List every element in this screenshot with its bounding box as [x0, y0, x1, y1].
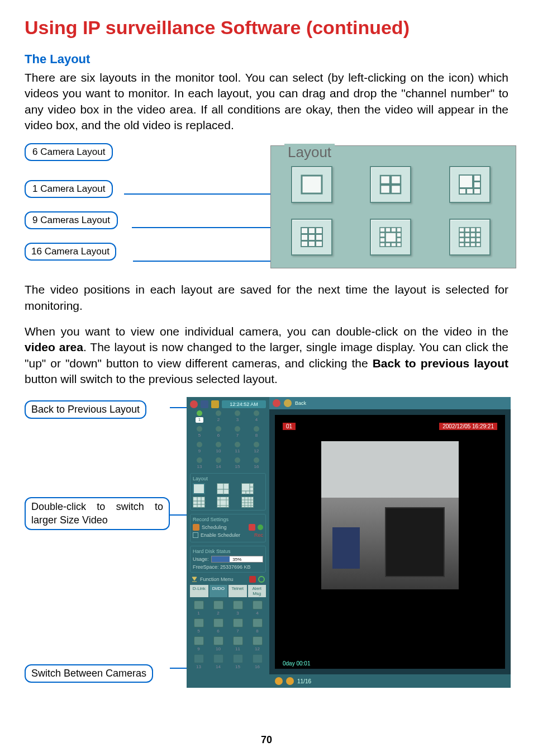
layout-section-title: Layout: [193, 476, 263, 481]
mini-layout-4-icon[interactable]: [217, 483, 229, 494]
hard-disk-title: Hard Disk Status: [193, 549, 263, 554]
svg-rect-8: [459, 188, 466, 194]
back-to-previous-layout-button[interactable]: [273, 399, 280, 407]
video-timestamp: 2002/12/05 16:29:21: [439, 423, 497, 430]
video-frame-image: [321, 441, 459, 589]
layout-panel: Layout: [270, 145, 516, 268]
label-16-camera-layout: 16 Camera Layout: [25, 243, 116, 261]
paragraph-3: When you want to view one individual cam…: [25, 324, 508, 387]
function-menu-icon[interactable]: [191, 576, 198, 583]
channel-dot[interactable]: [254, 442, 259, 447]
control-button[interactable]: [213, 636, 223, 645]
channel-dot[interactable]: [197, 457, 202, 463]
layout-1-icon[interactable]: [291, 166, 332, 203]
para3-text-c: button will switch to the previous selec…: [25, 372, 278, 385]
svg-rect-47: [470, 243, 475, 247]
channel-dot[interactable]: [216, 426, 221, 432]
control-button[interactable]: [194, 636, 204, 645]
control-button[interactable]: [213, 601, 223, 609]
tab-dlink[interactable]: D-Link: [190, 585, 208, 597]
channel-dot[interactable]: [216, 442, 221, 447]
control-button[interactable]: [194, 618, 204, 627]
svg-rect-14: [301, 234, 308, 240]
scheduling-icon[interactable]: [193, 524, 199, 531]
control-button[interactable]: [194, 654, 204, 663]
next-camera-button[interactable]: [286, 677, 294, 685]
alert-icon[interactable]: [211, 400, 219, 408]
enable-scheduler-label: Enable Scheduler: [201, 532, 240, 538]
usage-percent: 35%: [212, 556, 263, 563]
mini-layout-16-icon[interactable]: [241, 497, 254, 508]
tab-dido[interactable]: DI/DO: [210, 585, 228, 597]
video-area[interactable]: 01 2002/12/05 16:29:21 0day 00:01: [275, 415, 505, 669]
layout-6-icon[interactable]: [449, 166, 491, 203]
svg-rect-48: [476, 243, 480, 247]
control-button[interactable]: [233, 636, 243, 645]
control-button[interactable]: [233, 618, 243, 627]
channel-dot[interactable]: [254, 426, 259, 432]
svg-rect-30: [386, 243, 391, 247]
mini-layout-6-icon[interactable]: [241, 483, 254, 494]
prev-camera-button[interactable]: [275, 677, 283, 685]
channel-dot[interactable]: [254, 410, 259, 416]
tab-telnet[interactable]: Telnet: [229, 585, 247, 597]
svg-rect-38: [465, 233, 470, 237]
usage-bar: 35%: [211, 556, 263, 563]
mini-layout-1-icon[interactable]: [193, 483, 205, 494]
channel-dot[interactable]: [216, 410, 221, 416]
layout-9-icon[interactable]: [291, 219, 332, 256]
svg-rect-44: [476, 238, 480, 242]
callout-double-click: Double-click to switch to larger Size Vi…: [25, 497, 170, 530]
channel-dot[interactable]: [235, 442, 240, 447]
channel-dot[interactable]: [235, 426, 240, 432]
topbar-button[interactable]: [284, 399, 292, 407]
layout-13-icon[interactable]: [370, 219, 411, 256]
channel-dot[interactable]: [254, 457, 259, 463]
svg-rect-0: [302, 176, 322, 193]
enable-scheduler-checkbox[interactable]: [193, 532, 198, 538]
para3-bold-2: Back to previous layout: [373, 357, 508, 370]
svg-rect-23: [397, 228, 401, 232]
control-button[interactable]: [213, 618, 223, 627]
stop-icon[interactable]: [249, 524, 255, 531]
mini-layout-9-icon[interactable]: [193, 497, 205, 508]
control-button[interactable]: [194, 601, 204, 609]
svg-rect-13: [316, 228, 322, 234]
channel-dot[interactable]: [197, 426, 202, 432]
svg-rect-10: [474, 188, 480, 194]
control-button[interactable]: [213, 654, 223, 663]
svg-rect-21: [386, 228, 391, 232]
svg-rect-9: [467, 188, 473, 194]
page-number: 70: [0, 734, 533, 746]
control-button[interactable]: [233, 654, 243, 663]
video-footer-text: 0day 00:01: [283, 660, 311, 667]
control-button[interactable]: [253, 618, 263, 627]
channel-dot[interactable]: [216, 457, 221, 463]
play-icon[interactable]: [258, 525, 263, 530]
svg-rect-6: [474, 175, 480, 181]
channel-dot[interactable]: [235, 410, 240, 416]
mini-layout-13-icon[interactable]: [217, 497, 229, 508]
app-window: 12:24:52 AM 1 2 3 4 5 6 7 8 9 10 11 12 1…: [187, 397, 511, 688]
svg-rect-37: [459, 233, 464, 237]
sidebar-icon[interactable]: [201, 400, 208, 408]
refresh-icon[interactable]: [258, 576, 265, 583]
tab-alert[interactable]: Alert Msg: [248, 585, 266, 597]
svg-rect-7: [474, 182, 480, 188]
svg-rect-15: [308, 234, 315, 240]
snapshot-icon[interactable]: [249, 576, 256, 583]
control-button[interactable]: [233, 601, 243, 609]
channel-dot[interactable]: [235, 457, 240, 463]
page-title: Using IP surveillance Software (continue…: [25, 17, 508, 39]
control-button[interactable]: [253, 636, 263, 645]
control-button[interactable]: [253, 601, 263, 609]
channel-dot[interactable]: [197, 410, 202, 416]
layout-4-icon[interactable]: [370, 166, 411, 203]
label-9-cameras-layout: 9 Cameras Layout: [25, 211, 118, 229]
layout-16-icon[interactable]: [449, 219, 491, 256]
video-channel-label: 01: [283, 423, 296, 430]
svg-rect-26: [386, 233, 396, 242]
control-button[interactable]: [253, 654, 263, 663]
channel-dot[interactable]: [197, 442, 202, 447]
control-buttons-grid: 1 2 3 4 5 6 7 8 9 10 11 12 13 14 15 16: [190, 601, 266, 670]
